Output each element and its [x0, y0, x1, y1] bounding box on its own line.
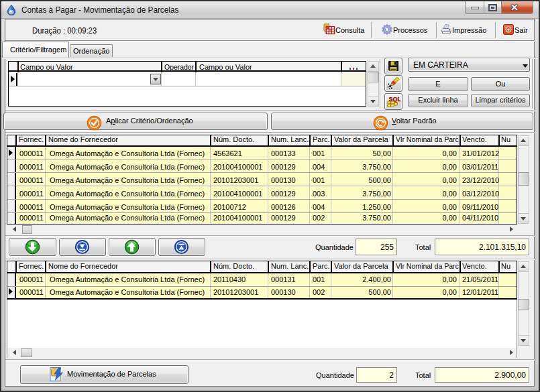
svg-text:SQL: SQL [389, 96, 401, 103]
